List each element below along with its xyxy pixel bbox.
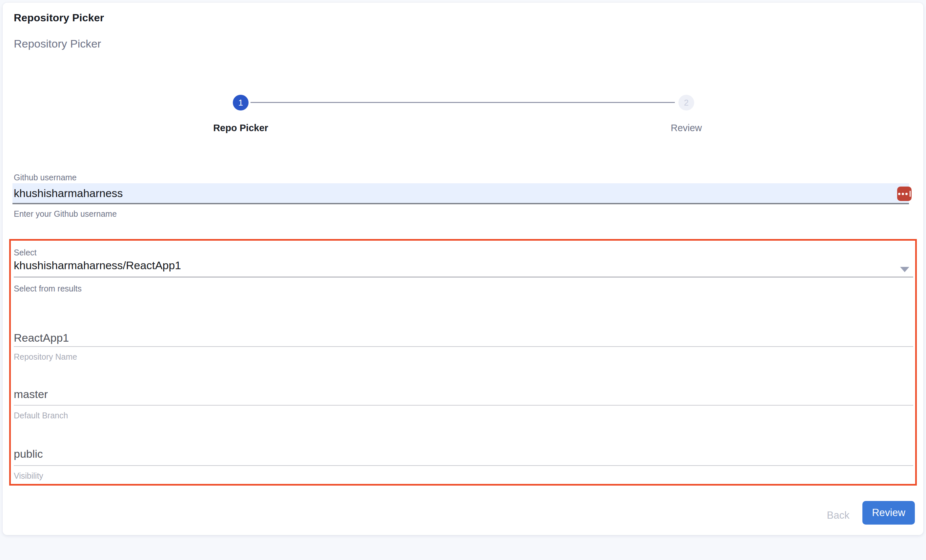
password-manager-cursor-bar	[909, 191, 911, 197]
repository-name-value[interactable]: ReactApp1	[14, 331, 69, 344]
repo-select-label: Select	[14, 248, 36, 257]
password-manager-dot	[905, 193, 908, 195]
repo-details-highlight-box: Select khushisharmaharness/ReactApp1 Sel…	[9, 239, 917, 486]
visibility-value[interactable]: public	[14, 448, 43, 460]
default-branch-label: Default Branch	[14, 411, 68, 420]
repository-name-label: Repository Name	[14, 352, 77, 362]
repository-picker-page: { "header": { "title": "Repository Picke…	[0, 0, 926, 560]
repo-select-helper: Select from results	[14, 284, 82, 294]
step-1-label: Repo Picker	[213, 123, 268, 133]
password-manager-dot	[898, 193, 900, 195]
repo-select-underline	[14, 277, 913, 277]
page-title: Repository Picker	[14, 12, 104, 24]
github-username-helper: Enter your Github username	[14, 209, 117, 219]
back-button[interactable]: Back	[812, 506, 864, 525]
visibility-label: Visibility	[14, 471, 43, 481]
repo-select-value[interactable]: khushisharmaharness/ReactApp1	[14, 259, 181, 272]
github-username-input[interactable]	[12, 183, 909, 204]
step-2-label: Review	[670, 123, 702, 133]
default-branch-value[interactable]: master	[14, 388, 48, 401]
visibility-underline	[14, 465, 913, 466]
password-manager-dot	[902, 193, 904, 195]
chevron-down-icon[interactable]	[900, 267, 909, 272]
default-branch-underline	[14, 405, 913, 406]
github-username-label: Github username	[14, 173, 77, 182]
password-manager-icon[interactable]	[897, 186, 912, 201]
step-2-circle[interactable]: 2	[678, 95, 694, 110]
review-button[interactable]: Review	[862, 501, 915, 525]
step-1-circle[interactable]: 1	[233, 95, 248, 110]
repository-picker-card: Repository Picker Repository Picker 1 2 …	[3, 3, 923, 535]
page-subtitle: Repository Picker	[14, 37, 101, 50]
stepper-connector-line	[251, 102, 675, 103]
repository-name-underline	[14, 346, 913, 347]
